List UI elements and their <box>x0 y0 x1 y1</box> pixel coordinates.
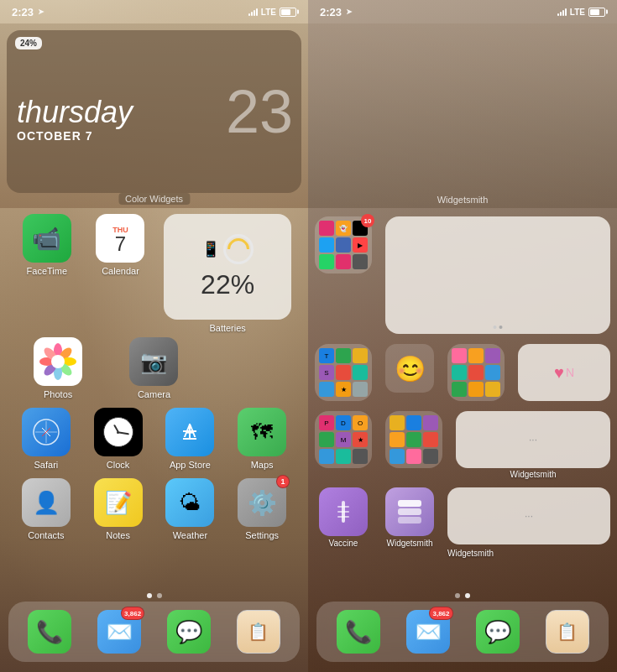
right-dock-mail-icon[interactable]: ✉️ 3,862 <box>406 610 450 654</box>
widgetsmith-widget-1[interactable] <box>385 216 610 334</box>
dock-readdle-icon[interactable]: 📋 <box>237 610 280 654</box>
settings-icon[interactable]: ⚙️ 1 <box>238 478 286 527</box>
dock-mail-icon[interactable]: ✉️ 3,862 <box>97 610 141 654</box>
color-widget[interactable]: 24% thursday OCTOBER 7 23 <box>7 30 301 193</box>
stacks-app-item[interactable]: Widgetsmith <box>385 487 434 548</box>
social-folder-item[interactable]: 👻 ♪ ▶ 10 <box>315 216 372 276</box>
social-folder[interactable]: 👻 ♪ ▶ 10 <box>315 216 372 273</box>
ws-dot <box>499 326 503 329</box>
emoji-icon[interactable]: 😊 <box>385 344 434 393</box>
widgetsmith-widget-4[interactable]: ··· <box>447 487 610 544</box>
widgetsmith-widget-2[interactable]: ♥ N <box>518 344 610 401</box>
mini-game8 <box>468 382 484 397</box>
misc-folder-2-item[interactable] <box>385 411 442 468</box>
vaccine-app[interactable]: Vaccine <box>315 487 372 548</box>
r-signal-bar-3 <box>562 10 564 16</box>
misc-folder-1[interactable]: P D O M ★ <box>315 411 372 468</box>
weather-app[interactable]: 🌤 Weather <box>159 478 220 540</box>
dock-messages[interactable]: 💬 <box>167 610 211 654</box>
camera-icon[interactable]: 📷 <box>129 337 178 386</box>
left-page-dots <box>0 593 308 598</box>
mini-n7 <box>390 449 405 464</box>
facetime-icon[interactable]: 📹 <box>23 214 71 263</box>
calendar-app[interactable]: THU 7 Calendar <box>90 214 150 276</box>
svg-rect-20 <box>337 506 349 508</box>
productivity-folder-item[interactable]: T S ★ <box>315 344 372 401</box>
photos-app[interactable]: Photos <box>28 337 88 399</box>
right-dock-messages-icon[interactable]: 💬 <box>476 610 520 654</box>
appstore-icon[interactable]: A <box>165 408 214 456</box>
dock-readdle[interactable]: 📋 <box>237 610 280 654</box>
mini-m3: O <box>353 415 368 430</box>
dock-phone-icon[interactable]: 📞 <box>28 610 71 654</box>
games-folder-item[interactable] <box>447 344 505 403</box>
right-dock-phone-icon[interactable]: 📞 <box>337 610 380 654</box>
facetime-app[interactable]: 📹 FaceTime <box>17 214 77 276</box>
vaccine-icon[interactable] <box>319 487 368 536</box>
safari-icon[interactable] <box>22 408 71 456</box>
misc-folder-2[interactable] <box>385 411 442 468</box>
clock-icon[interactable] <box>94 408 143 456</box>
settings-gear-glyph: ⚙️ <box>248 489 277 517</box>
dock-phone[interactable]: 📞 <box>28 610 71 654</box>
appstore-app[interactable]: A App Store <box>159 408 220 470</box>
weather-glyph: 🌤 <box>179 490 201 516</box>
left-widget-area: 24% thursday OCTOBER 7 23 Color Widgets <box>0 23 308 208</box>
batteries-inner: 📱 22% <box>201 234 254 300</box>
right-battery <box>588 8 605 17</box>
games-folder[interactable] <box>447 344 505 401</box>
maps-app[interactable]: 🗺 Maps <box>232 408 292 470</box>
mail-badge: 3,862 <box>121 607 144 620</box>
camera-app[interactable]: 📷 Camera <box>123 337 184 399</box>
photos-icon[interactable] <box>34 337 82 386</box>
settings-app[interactable]: ⚙️ 1 Settings <box>232 478 292 540</box>
notes-icon[interactable]: 📝 <box>94 478 143 527</box>
mini-n8 <box>406 449 421 464</box>
safari-app[interactable]: Safari <box>16 408 76 470</box>
facetime-camera-icon: 📹 <box>32 225 61 253</box>
phone-battery-icon: 📱 <box>201 240 220 258</box>
widget-source-label: Color Widgets <box>118 193 190 205</box>
mini-n6 <box>423 432 438 447</box>
ws-deco: N <box>566 366 574 379</box>
left-phone-screen: 2:23 ➤ LTE 24% thursday OCTOBER 7 23 <box>0 0 308 672</box>
misc-folder-1-item[interactable]: P D O M ★ <box>315 411 372 468</box>
emoji-folder-item[interactable]: 😊 <box>385 344 434 393</box>
right-lte: LTE <box>570 8 585 17</box>
stacks-icon[interactable] <box>385 487 434 536</box>
batteries-widget-content[interactable]: 📱 22% <box>164 214 291 320</box>
lte-label: LTE <box>261 8 276 17</box>
right-dock-readdle[interactable]: 📋 <box>546 610 589 654</box>
right-dock-phone[interactable]: 📞 <box>337 610 380 654</box>
clock-app[interactable]: Clock <box>88 408 149 470</box>
contacts-app[interactable]: 👤 Contacts <box>16 478 76 540</box>
right-dock-mail[interactable]: ✉️ 3,862 <box>406 610 450 654</box>
right-row-3: P D O M ★ <box>315 411 610 479</box>
right-dock-readdle-icon[interactable]: 📋 <box>546 610 589 654</box>
right-dock: 📞 ✉️ 3,862 💬 📋 <box>316 602 609 662</box>
notes-glyph: 📝 <box>105 490 132 516</box>
vaccine-svg <box>331 499 356 524</box>
svg-rect-21 <box>337 511 349 513</box>
dock-mail[interactable]: ✉️ 3,862 <box>97 610 141 654</box>
r-signal-bar-4 <box>565 8 567 16</box>
calendar-icon[interactable]: THU 7 <box>96 214 144 263</box>
widgetsmith-widget-3[interactable]: ··· <box>456 411 610 468</box>
readdle-glyph: 📋 <box>248 622 269 642</box>
right-dock-messages[interactable]: 💬 <box>476 610 520 654</box>
right-signal <box>557 8 567 16</box>
contacts-icon[interactable]: 👤 <box>22 478 71 527</box>
r-signal-bar-2 <box>560 12 562 16</box>
right-messages-glyph: 💬 <box>484 619 511 645</box>
right-status-time: 2:23 ➤ <box>320 6 353 18</box>
productivity-folder[interactable]: T S ★ <box>315 344 372 401</box>
signal-bar-2 <box>251 12 253 16</box>
clock-widget-content: 24% thursday OCTOBER 7 23 <box>7 30 301 193</box>
maps-icon[interactable]: 🗺 <box>238 408 286 456</box>
appstore-label: App Store <box>170 460 211 470</box>
dock-messages-icon[interactable]: 💬 <box>167 610 211 654</box>
weather-icon[interactable]: 🌤 <box>165 478 214 527</box>
right-page-dots <box>308 593 617 598</box>
notes-app[interactable]: 📝 Notes <box>88 478 149 540</box>
batteries-widget[interactable]: 📱 22% Batteries <box>164 214 291 333</box>
